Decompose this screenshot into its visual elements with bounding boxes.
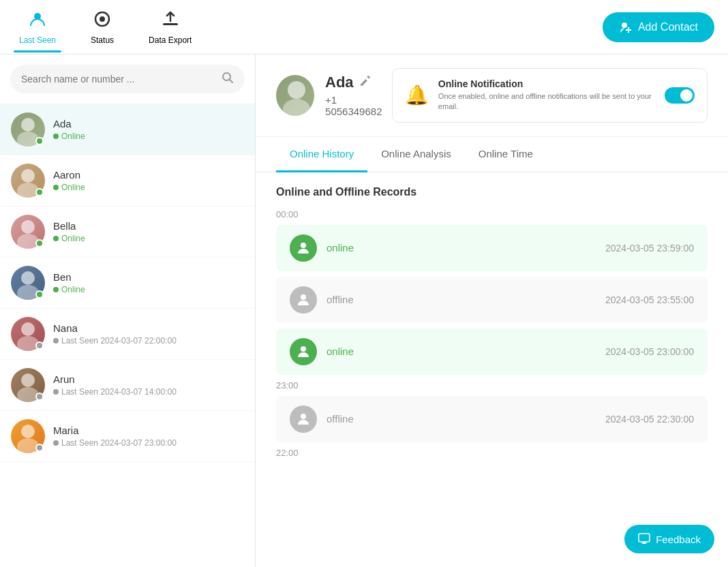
svg-point-28: [301, 414, 306, 419]
nav-data-export[interactable]: Data Export: [143, 3, 197, 52]
contact-status-ben: Online: [53, 285, 244, 294]
record-time-4: 2024-03-05 22:30:00: [605, 414, 694, 425]
nav-items: Last Seen Status Data Export: [14, 3, 197, 52]
nav-status-label: Status: [91, 35, 114, 45]
contact-item-nana[interactable]: Nana Last Seen 2024-03-07 22:00:00: [0, 309, 255, 360]
nav-status[interactable]: Status: [82, 3, 123, 52]
search-icon: [222, 72, 234, 87]
contact-item-ada[interactable]: Ada Online: [0, 104, 255, 155]
record-time-3: 2024-03-05 23:00:00: [605, 346, 694, 357]
contact-status-bella: Online: [53, 234, 244, 243]
time-label-0000: 00:00: [276, 209, 708, 219]
record-status-4: offline: [327, 413, 596, 425]
contact-name-nana: Nana: [53, 322, 244, 334]
top-bar: Last Seen Status Data Export: [0, 0, 728, 55]
contact-item-aaron[interactable]: Aaron Online: [0, 155, 255, 206]
contact-item-arun[interactable]: Arun Last Seen 2024-03-07 14:00:00: [0, 360, 255, 411]
edit-contact-icon[interactable]: [359, 75, 371, 90]
tab-online-time[interactable]: Online Time: [465, 137, 547, 172]
contact-info-ada: Ada Online: [53, 118, 244, 141]
avatar-wrap-arun: [11, 368, 45, 402]
contact-info-nana: Nana Last Seen 2024-03-07 22:00:00: [53, 322, 244, 346]
status-indicator-bella: [53, 236, 59, 241]
avatar-wrap-bella: [11, 215, 45, 249]
record-row-3: online 2024-03-05 23:00:00: [276, 328, 708, 375]
record-avatar-3: [290, 338, 317, 365]
bell-icon: 🔔: [405, 84, 429, 106]
svg-point-9: [21, 118, 35, 132]
contact-item-maria[interactable]: Maria Last Seen 2024-03-07 23:00:00: [0, 411, 255, 462]
header-avatar: [276, 75, 314, 116]
svg-point-26: [301, 294, 306, 300]
status-dot-maria: [35, 444, 44, 452]
contact-info-maria: Maria Last Seen 2024-03-07 23:00:00: [53, 425, 244, 448]
search-input[interactable]: [21, 74, 216, 85]
data-export-icon: [161, 10, 180, 33]
record-avatar-4: [290, 405, 317, 433]
contact-item-ben[interactable]: Ben Online: [0, 258, 255, 309]
status-indicator-maria: [53, 440, 59, 446]
avatar-wrap-ada: [11, 112, 45, 147]
contact-status-nana: Last Seen 2024-03-07 22:00:00: [53, 336, 244, 346]
svg-point-11: [21, 169, 35, 183]
svg-point-2: [100, 16, 105, 22]
svg-line-8: [230, 80, 233, 83]
contact-header: Ada +1 5056349682 🔔 Online Notificatio: [256, 55, 728, 137]
time-label-2300: 23:00: [276, 380, 708, 390]
svg-point-24: [283, 99, 310, 116]
record-time-1: 2024-03-05 23:59:00: [605, 243, 694, 254]
contact-name-aaron: Aaron: [53, 169, 244, 181]
feedback-label: Feedback: [656, 534, 701, 545]
feedback-button[interactable]: Feedback: [624, 525, 714, 553]
status-dot-arun: [35, 393, 44, 401]
tabs-bar: Online History Online Analysis Online Ti…: [256, 137, 728, 172]
add-contact-button[interactable]: Add Contact: [603, 12, 714, 42]
contact-status-maria: Last Seen 2024-03-07 23:00:00: [53, 438, 244, 448]
status-indicator-ada: [53, 134, 59, 139]
contact-name-maria: Maria: [53, 425, 244, 436]
status-dot-aaron: [35, 188, 44, 196]
avatar-wrap-nana: [11, 317, 45, 351]
add-contact-label: Add Contact: [638, 21, 698, 33]
avatar-wrap-ben: [11, 266, 45, 300]
last-seen-icon: [28, 10, 47, 33]
svg-point-17: [21, 322, 35, 336]
notification-text: Online Notification Once enabled, online…: [438, 78, 655, 112]
status-dot-ben: [35, 290, 44, 298]
record-status-3: online: [327, 346, 596, 357]
records-title: Online and Offline Records: [276, 186, 708, 198]
main-content: Ada +1 5056349682 🔔 Online Notificatio: [256, 55, 728, 567]
status-icon: [93, 10, 112, 33]
avatar-wrap-aaron: [11, 164, 45, 198]
svg-point-23: [288, 81, 305, 99]
notification-title: Online Notification: [438, 78, 655, 89]
status-indicator-arun: [53, 389, 59, 395]
record-row-1: online 2024-03-05 23:59:00: [276, 225, 708, 271]
record-avatar-2: [290, 286, 317, 313]
contact-info-aaron: Aaron Online: [53, 169, 244, 192]
contact-info-arun: Arun Last Seen 2024-03-07 14:00:00: [53, 373, 244, 397]
sidebar: Ada Online Aaron: [0, 55, 256, 567]
status-dot-ada: [35, 137, 44, 145]
status-dot-bella: [35, 239, 44, 247]
record-row-2: offline 2024-03-05 23:55:00: [276, 277, 708, 323]
search-input-wrap[interactable]: [10, 65, 245, 93]
contact-info-bella: Bella Online: [53, 220, 244, 243]
contact-item-bella[interactable]: Bella Online: [0, 206, 255, 258]
contact-name-arun: Arun: [53, 373, 244, 385]
nav-last-seen-label: Last Seen: [19, 35, 56, 45]
svg-point-21: [21, 425, 35, 438]
svg-rect-3: [163, 23, 178, 25]
contact-status-aaron: Online: [53, 183, 244, 192]
nav-last-seen[interactable]: Last Seen: [14, 3, 61, 52]
main-layout: Ada Online Aaron: [0, 55, 728, 567]
notification-toggle[interactable]: [665, 87, 695, 104]
tab-online-history[interactable]: Online History: [276, 137, 367, 172]
avatar-wrap-maria: [11, 419, 45, 453]
status-indicator-aaron: [53, 185, 59, 190]
svg-point-15: [21, 271, 35, 285]
svg-point-27: [301, 346, 306, 352]
tab-online-analysis[interactable]: Online Analysis: [367, 137, 465, 172]
selected-contact-name: Ada: [325, 74, 392, 91]
contact-status-arun: Last Seen 2024-03-07 14:00:00: [53, 387, 244, 397]
